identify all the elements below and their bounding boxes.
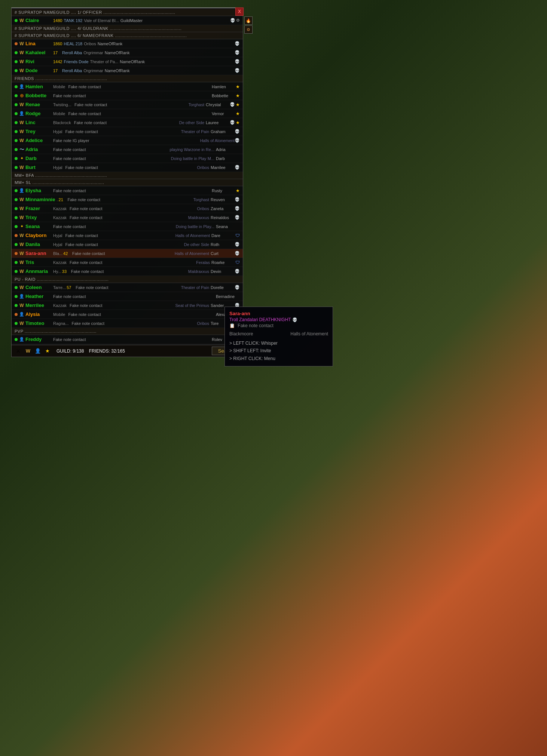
note-secondary: Oribos [197, 206, 209, 211]
sword-footer-icon[interactable]: ⚔ [15, 347, 22, 355]
char-realid: Reinaldos [211, 215, 233, 220]
friend-row-danila[interactable]: W Danila Hyjal Fake note contact De othe… [12, 240, 243, 249]
friend-row-rodge[interactable]: 👤 Rodge Mobile Fake note contact Vernor … [12, 109, 243, 118]
note-secondary: De other Side [179, 120, 204, 125]
friend-row-seana[interactable]: ✦ Seana Fake note contact Doing battle i… [12, 222, 243, 231]
friend-row-coleen[interactable]: W Coleen Tarre... 57 Fake note contact T… [12, 283, 243, 292]
char-note: Fake note contact [53, 156, 169, 161]
friend-row-freddy[interactable]: 👤 Freddy Fake note contact Rolev ★ [12, 335, 243, 344]
flame-icon[interactable]: 🔥 [244, 16, 253, 25]
char-realid: Adria [216, 147, 238, 152]
char-sublabel: Kazzak [53, 215, 67, 220]
char-realid: Seana [216, 224, 238, 229]
status-dot-online [15, 19, 18, 22]
char-name: Kahaleel [25, 50, 52, 55]
char-level: 1442 [53, 59, 62, 64]
friend-row-annmaria[interactable]: W Annmaria Hy... 33 Fake note contact Ma… [12, 267, 243, 276]
row-icons: 💀 [235, 269, 240, 274]
status-dot [15, 261, 18, 264]
close-button[interactable]: X [235, 7, 244, 16]
friend-row-lina[interactable]: W Lina 1860 HEAL 218 Oribos NameOfRank 💀 [12, 39, 243, 48]
class-icon-w: W [19, 41, 24, 46]
friend-row-frazer[interactable]: W Frazer Kazzak Fake note contact Oribos… [12, 204, 243, 213]
w-footer-icon[interactable]: W [24, 347, 32, 355]
friend-row-heather[interactable]: 👤 Heather Fake note contact Bernadine [12, 292, 243, 301]
skull-icon: 💀 [235, 68, 240, 73]
friend-row-elysha[interactable]: 👤 Elysha Fake note contact Rusty ★ [12, 186, 243, 195]
status-dot [15, 112, 18, 115]
friend-row-bobbette[interactable]: ⊕ Bobbette Fake note contact Bobbette ★ [12, 91, 243, 100]
skull-icon: 💀 [235, 59, 240, 64]
class-icon-overwatch: ⊕ [19, 93, 24, 98]
friend-row-linc[interactable]: W Linc Blackrock Fake note contact De ot… [12, 118, 243, 127]
friend-row-rivi[interactable]: W Rivi 1442 Friends Dode Theater of Pa..… [12, 57, 243, 66]
friend-row-tris[interactable]: W Tris Kazzak Fake note contact Feralas … [12, 258, 243, 267]
friend-row-alysia[interactable]: 👤 Alysia Mobile Fake note contact Alexan… [12, 310, 243, 319]
friend-row-darb[interactable]: ✦ Darb Fake note contact Doing battle in… [12, 154, 243, 163]
class-icon-w: W [19, 68, 24, 73]
star-footer-icon[interactable]: ★ [44, 347, 51, 355]
char-rank: NameOfRank [120, 59, 145, 64]
skull-icon: 💀 [235, 138, 240, 143]
friend-row-adria[interactable]: 〜 Adria Fake note contact playing Warzon… [12, 145, 243, 154]
section-pvp: PVP ....................................… [12, 328, 243, 335]
friend-row-kahaleel[interactable]: W Kahaleel 17 Reroll Alba Orgrimmar Name… [12, 48, 243, 57]
char-spec: TANK 192 [64, 18, 82, 23]
friend-row-sara-ann[interactable]: W Sara-ann Bla... 42 Fake note contact H… [12, 249, 243, 258]
star-icon: ★ [236, 93, 240, 98]
friend-row-clayborn[interactable]: W Clayborn Hyjal Fake note contact Halls… [12, 231, 243, 240]
friends-panel: X 🔥 ⚙ # SUPRATOP NAMEGUILD .... 1/ OFFIC… [11, 7, 243, 357]
tooltip-action-whisper: > LEFT CLICK: Whisper [229, 339, 328, 347]
status-dot [15, 121, 18, 124]
friend-row-trey[interactable]: W Trey Hyjal Fake note contact Theater o… [12, 127, 243, 136]
class-icon-w: W [19, 102, 24, 107]
char-note: Fake note contact [70, 206, 196, 211]
note-secondary: Doing battle in Play M... [171, 156, 214, 161]
skull-icon: 💀 [230, 102, 235, 107]
friend-row-hamlen[interactable]: 👤 Hamlen Mobile Fake note contact Hamlen… [12, 82, 243, 91]
friend-row-adelice[interactable]: W Adelice Fake note IG player Halls of A… [12, 136, 243, 145]
friend-row-timoteo[interactable]: W Timoteo Ragna... Fake note contact Ori… [12, 319, 243, 328]
char-zone: Theater of Pa... [90, 59, 119, 64]
char-realid: Rusty [212, 188, 234, 193]
char-sublabel: Blackrock [53, 120, 71, 125]
skull-icon: 💀 [235, 129, 240, 134]
char-name: Sara-ann [25, 251, 52, 256]
char-name: Tris [25, 259, 52, 265]
status-dot [15, 295, 18, 298]
class-icon-w: W [19, 59, 24, 64]
char-sublabel: Kazzak [53, 260, 67, 265]
status-dot [15, 313, 18, 316]
class-icon-w: W [19, 206, 24, 211]
friend-row-renae[interactable]: W Renae Twisting... Fake note contact To… [12, 100, 243, 109]
section-mm-sl: MM+ SL .................................… [12, 179, 243, 186]
tooltip-note: 📋 Fake note contact [229, 323, 328, 328]
char-note: Fake note contact [74, 102, 187, 107]
person-footer-icon[interactable]: 👤 [34, 347, 42, 355]
skull-icon: 💀 [230, 18, 235, 23]
friend-row-trixy[interactable]: W Trixy Kazzak Fake note contact Maldrax… [12, 213, 243, 222]
char-note: Fake note IG player [53, 138, 199, 143]
friend-row-dode[interactable]: W Dode 17 Reroll Alba Orgrimmar NameOfRa… [12, 66, 243, 75]
char-note: Fake note contact [65, 165, 195, 170]
status-dot [15, 189, 18, 192]
class-icon-person: 👤 [19, 337, 24, 342]
class-icon-w: W [19, 120, 24, 125]
tooltip-skull-icon: 💀 [292, 317, 297, 322]
char-zone: Orgrimmar [83, 68, 103, 73]
char-name: Adelice [25, 138, 52, 143]
friend-row-claire[interactable]: W Claire 1480 TANK 192 Vale of Eternal B… [12, 16, 243, 25]
char-name: Seana [25, 224, 52, 229]
friend-row-merrilee[interactable]: W Merrilee Kazzak Fake note contact Seat… [12, 301, 243, 310]
status-dot [15, 69, 18, 72]
note-secondary: Oribos [197, 321, 209, 326]
star-icon: ★ [236, 111, 240, 116]
friend-row-minnaminnie[interactable]: W Minnaminnie . 21 Fake note contact Tor… [12, 195, 243, 204]
settings-icon[interactable]: ⚙ [244, 25, 253, 34]
char-note: Fake note contact [53, 337, 210, 342]
friend-row-burt[interactable]: W Burt Hyjal Fake note contact Oribos Ma… [12, 163, 243, 172]
status-dot [15, 322, 18, 325]
section-guild-officer: # SUPRATOP NAMEGUILD .... 1/ OFFICER ...… [12, 9, 243, 16]
char-name: Elysha [25, 188, 52, 193]
tooltip-actions: > LEFT CLICK: Whisper > SHIFT LEFT: Invi… [229, 339, 328, 362]
